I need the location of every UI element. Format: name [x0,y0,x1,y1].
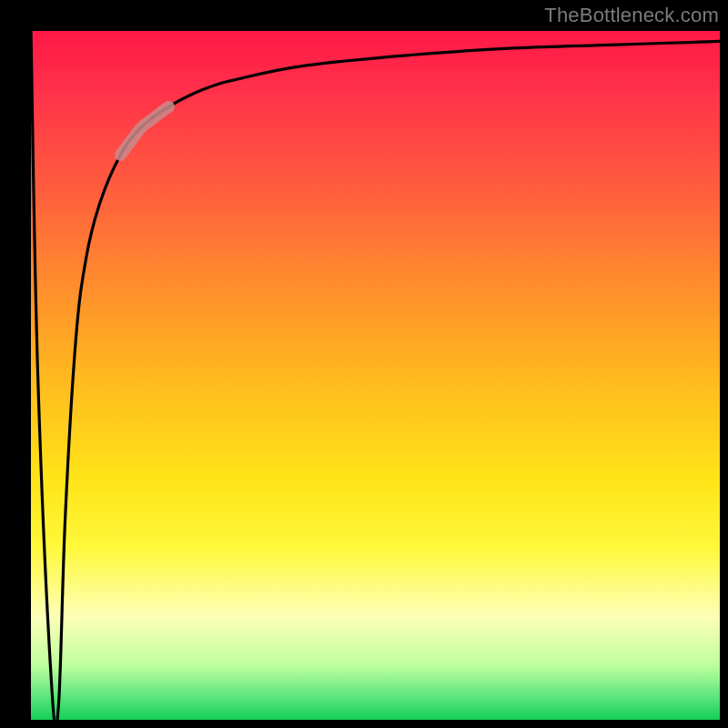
watermark-text: TheBottleneck.com [544,4,719,27]
chart-stage: TheBottleneck.com [0,0,728,728]
plot-area [31,31,720,720]
bottleneck-curve [31,31,720,720]
curve-highlight [120,106,168,155]
